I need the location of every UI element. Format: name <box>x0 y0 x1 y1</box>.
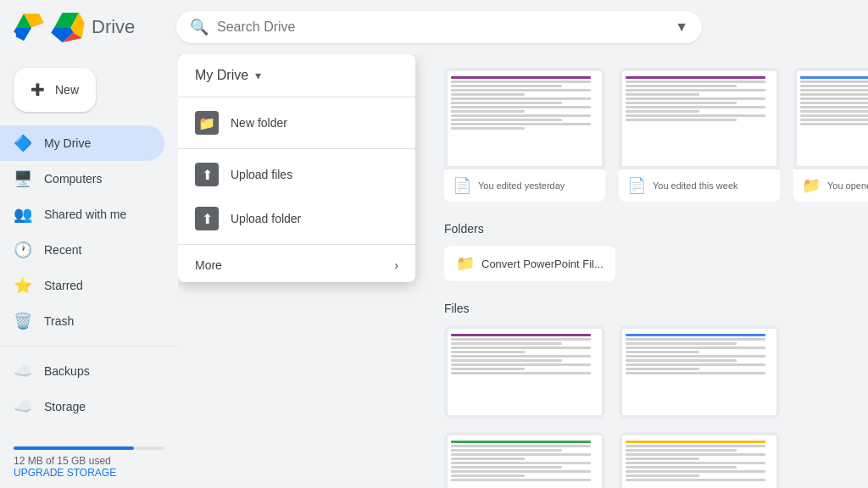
drive-logo-svg <box>51 13 85 42</box>
suggested-files-grid: 📄 You edited yesterday <box>444 68 848 202</box>
dropdown-header: My Drive ▾ <box>178 54 415 93</box>
dropdown-item-upload-folder[interactable]: ⬆ Upload folder <box>178 197 415 241</box>
main-content: 📄 You edited yesterday <box>444 68 848 488</box>
folders-section-title: Folders <box>444 222 848 236</box>
sidebar-item-starred-label: Starred <box>44 279 83 292</box>
folder-item-icon: 📁 <box>456 254 475 273</box>
sidebar-item-my-drive-label: My Drive <box>44 136 91 150</box>
sidebar-item-shared-label: Shared with me <box>44 208 126 221</box>
sidebar-section-2: ☁️ Backups ☁️ Storage <box>0 346 178 424</box>
dropdown-divider-2 <box>178 148 415 149</box>
dropdown-divider-3 <box>178 244 415 245</box>
more-label: More <box>195 258 222 272</box>
sidebar-item-backups-label: Backups <box>44 364 90 378</box>
suggested-file-card-1[interactable]: 📄 You edited this week <box>619 68 780 202</box>
search-icon: 🔍 <box>190 18 209 36</box>
plus-icon: ✚ <box>31 80 45 100</box>
bottom-file-card-2[interactable] <box>444 432 605 488</box>
storage-icon: ☁️ <box>14 397 32 416</box>
bottom-file-card-3[interactable] <box>619 432 780 488</box>
suggested-file-card-0[interactable]: 📄 You edited yesterday <box>444 68 605 202</box>
upgrade-storage-link[interactable]: UPGRADE STORAGE <box>14 467 164 479</box>
sidebar-item-recent-label: Recent <box>44 243 81 257</box>
sidebar-item-storage-label: Storage <box>44 400 86 413</box>
main-layout: ✚ New 🔷 My Drive 🖥️ Computers 👥 Shared w… <box>0 54 868 488</box>
starred-icon: ⭐ <box>14 276 32 295</box>
search-bar[interactable]: 🔍 ▼ <box>176 11 702 43</box>
file-date-2: You opened this month <box>827 180 868 191</box>
file-info-0: You edited yesterday <box>478 180 597 191</box>
backups-icon: ☁️ <box>14 362 32 380</box>
file-thumb-2 <box>793 68 868 169</box>
storage-section: 12 MB of 15 GB used UPGRADE STORAGE <box>0 431 178 488</box>
file-footer-2: 📁 You opened this month <box>793 169 868 202</box>
storage-text: 12 MB of 15 GB used <box>14 455 164 467</box>
new-folder-label: New folder <box>231 116 287 130</box>
bottom-thumb-3 <box>619 432 780 488</box>
folder-item-name: Convert PowerPoint Fil... <box>481 258 604 270</box>
topbar: Drive 🔍 ▼ <box>0 0 868 54</box>
suggested-file-card-2[interactable]: 📁 You opened this month <box>793 68 868 202</box>
app-title: Drive <box>92 16 135 38</box>
drive-logo-icon <box>14 14 44 41</box>
doc-icon-0: 📄 <box>453 176 471 195</box>
file-footer-0: 📄 You edited yesterday <box>444 169 605 202</box>
bottom-files-grid <box>444 325 848 488</box>
storage-bar-fill <box>14 446 134 450</box>
files-section-title: Files <box>444 302 848 315</box>
sidebar-item-computers-label: Computers <box>44 172 102 186</box>
file-thumb-1 <box>619 68 780 169</box>
sidebar-item-shared[interactable]: 👥 Shared with me <box>0 197 164 232</box>
bottom-file-card-0[interactable] <box>444 325 605 419</box>
upload-files-icon: ⬆ <box>195 163 219 186</box>
search-dropdown-icon[interactable]: ▼ <box>675 19 688 35</box>
storage-bar <box>14 446 164 450</box>
dropdown-item-more[interactable]: More › <box>178 248 415 282</box>
folder-item-convert[interactable]: 📁 Convert PowerPoint Fil... <box>444 246 615 281</box>
new-button[interactable]: ✚ New <box>14 68 96 112</box>
sidebar-item-my-drive[interactable]: 🔷 My Drive <box>0 125 164 161</box>
more-chevron-icon: › <box>394 258 398 272</box>
dropdown-title: My Drive <box>195 68 248 83</box>
trash-icon: 🗑️ <box>14 312 32 330</box>
recent-icon: 🕐 <box>14 241 32 259</box>
logo-area: Drive <box>14 13 166 42</box>
sidebar: ✚ New 🔷 My Drive 🖥️ Computers 👥 Shared w… <box>0 54 178 488</box>
search-input[interactable] <box>217 19 666 35</box>
sidebar-item-recent[interactable]: 🕐 Recent <box>0 232 164 268</box>
dropdown-item-new-folder[interactable]: 📁 New folder <box>178 101 415 145</box>
sidebar-item-storage[interactable]: ☁️ Storage <box>0 389 164 424</box>
dropdown-item-upload-files[interactable]: ⬆ Upload files <box>178 152 415 197</box>
upload-folder-icon: ⬆ <box>195 207 219 230</box>
file-date-1: You edited this week <box>653 180 771 191</box>
folder-row: 📁 Convert PowerPoint Fil... <box>444 246 848 281</box>
file-info-1: You edited this week <box>653 180 771 191</box>
bottom-thumb-2 <box>444 432 605 488</box>
my-drive-icon: 🔷 <box>14 134 32 152</box>
bottom-thumb-0 <box>444 325 605 419</box>
bottom-file-card-1[interactable] <box>619 325 780 419</box>
computers-icon: 🖥️ <box>14 169 32 188</box>
file-date-0: You edited yesterday <box>478 180 597 191</box>
sidebar-item-backups[interactable]: ☁️ Backups <box>0 353 164 389</box>
file-footer-1: 📄 You edited this week <box>619 169 780 202</box>
sidebar-item-starred[interactable]: ⭐ Starred <box>0 268 164 303</box>
sidebar-item-trash-label: Trash <box>44 314 74 328</box>
upload-files-label: Upload files <box>231 168 292 181</box>
bottom-thumb-1 <box>619 325 780 419</box>
shared-icon: 👥 <box>14 205 32 224</box>
upload-folder-label: Upload folder <box>231 212 301 225</box>
sidebar-item-trash[interactable]: 🗑️ Trash <box>0 303 164 339</box>
new-folder-icon: 📁 <box>195 111 219 135</box>
content-area: My Drive ▾ 📁 New folder ⬆ Upload files ⬆… <box>178 54 868 488</box>
file-thumb-0 <box>444 68 605 169</box>
new-button-label: New <box>55 83 79 97</box>
sidebar-item-computers[interactable]: 🖥️ Computers <box>0 161 164 197</box>
dropdown-menu: My Drive ▾ 📁 New folder ⬆ Upload files ⬆… <box>178 54 415 282</box>
doc-icon-1: 📄 <box>627 176 646 195</box>
folder-icon-2: 📁 <box>802 176 821 195</box>
dropdown-divider-1 <box>178 97 415 97</box>
file-info-2: You opened this month <box>827 180 868 191</box>
dropdown-arrow-icon: ▾ <box>255 69 261 82</box>
